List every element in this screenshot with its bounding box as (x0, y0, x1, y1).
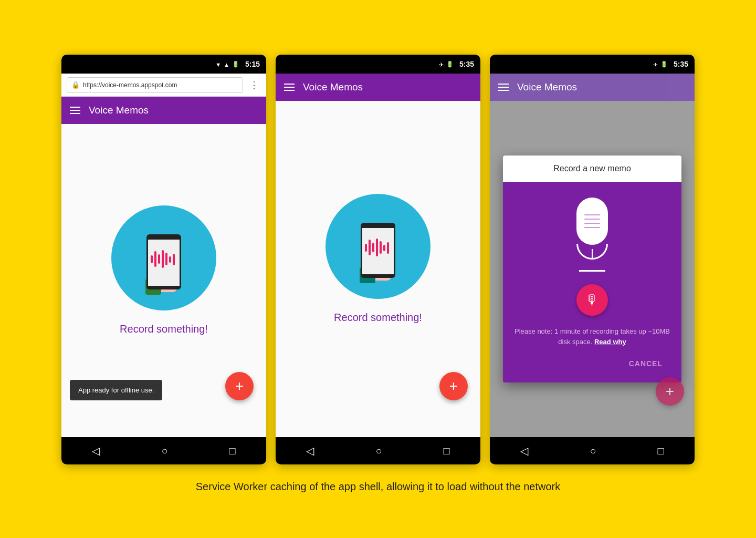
record-text-1: Record something! (120, 323, 208, 335)
mic-body (576, 198, 608, 245)
dialog-note: Please note: 1 minute of recording takes… (513, 326, 671, 347)
app-title-2: Voice Memos (303, 81, 363, 93)
status-bar-3: 🔋 5:35 (490, 55, 695, 74)
fab-plus-icon-2: + (449, 378, 458, 395)
phone-recording-illustration-1 (135, 219, 193, 297)
nav-recents-2[interactable] (443, 445, 449, 457)
chrome-menu-dots[interactable]: ⋮ (247, 79, 261, 91)
url-text: https://voice-memos.appspot.com (83, 81, 177, 89)
illustration-circle-2 (326, 194, 430, 299)
url-bar[interactable]: 🔒 https://voice-memos.appspot.com (67, 77, 243, 93)
app-title-1: Voice Memos (89, 105, 149, 116)
battery-icon-2: 🔋 (446, 61, 454, 68)
chrome-bar: 🔒 https://voice-memos.appspot.com ⋮ (61, 74, 266, 97)
nav-back-1[interactable] (92, 444, 100, 457)
mic-stand-arc (576, 244, 608, 260)
mic-illustration (576, 198, 608, 272)
snackbar-1: App ready for offline use. (70, 380, 162, 400)
app-title-3: Voice Memos (517, 81, 577, 93)
svg-rect-27 (387, 242, 389, 254)
time-display-3: 5:35 (674, 60, 688, 68)
svg-rect-22 (369, 240, 371, 255)
phones-container: 🔋 5:15 🔒 https://voice-memos.appspot.com… (61, 55, 695, 464)
svg-rect-26 (383, 245, 385, 251)
phone-recording-illustration-2 (349, 207, 407, 286)
phone-content-2: Record something! + (276, 101, 480, 437)
svg-rect-13 (173, 254, 175, 265)
battery-icon: 🔋 (232, 61, 239, 68)
mic-icon: 🎙 (585, 292, 599, 308)
nav-home-1[interactable] (161, 445, 167, 457)
record-dialog: Record a new memo (503, 156, 681, 382)
nav-back-2[interactable] (306, 444, 314, 457)
battery-icon-3: 🔋 (660, 61, 668, 68)
dialog-note-text: Please note: 1 minute of recording takes… (514, 327, 670, 346)
svg-rect-7 (151, 255, 153, 263)
mic-line-1 (584, 214, 600, 215)
record-text-2: Record something! (334, 312, 422, 324)
status-bar-1: 🔋 5:15 (61, 55, 266, 74)
hamburger-menu-1[interactable] (70, 107, 80, 114)
fab-plus-icon-1: + (235, 378, 244, 395)
nav-bar-3 (490, 437, 695, 464)
dialog-cancel-button[interactable]: CANCEL (623, 355, 669, 372)
fab-plus-icon-3: + (666, 383, 674, 400)
svg-rect-24 (376, 239, 378, 256)
mic-line-4 (584, 227, 600, 228)
fab-button-3[interactable]: + (656, 377, 684, 406)
airplane-icon-3 (653, 60, 658, 68)
nav-bar-2 (276, 437, 480, 464)
svg-rect-9 (158, 254, 160, 264)
fab-button-2[interactable]: + (439, 372, 468, 400)
nav-recents-3[interactable] (657, 445, 664, 457)
phone-2: 🔋 5:35 Voice Memos (276, 55, 480, 464)
app-toolbar-3: Voice Memos (490, 74, 695, 101)
mic-line-3 (584, 223, 600, 224)
hamburger-menu-3[interactable] (498, 84, 509, 91)
svg-rect-12 (169, 256, 171, 263)
time-display-1: 5:15 (245, 60, 260, 68)
hamburger-menu-2[interactable] (284, 84, 295, 91)
nav-home-2[interactable] (375, 445, 382, 457)
svg-rect-10 (162, 250, 164, 268)
lock-icon: 🔒 (71, 81, 80, 89)
svg-rect-8 (154, 251, 156, 267)
nav-bar-1 (61, 437, 266, 464)
caption: Service Worker caching of the app shell,… (196, 479, 560, 494)
svg-rect-23 (372, 243, 374, 252)
read-why-link[interactable]: Read why (594, 338, 626, 346)
mic-line-2 (584, 219, 600, 220)
phone-3: 🔋 5:35 Voice Memos Record a new memo (490, 55, 695, 464)
app-toolbar-1: Voice Memos (61, 97, 266, 124)
nav-home-3[interactable] (590, 445, 596, 457)
app-toolbar-2: Voice Memos (276, 74, 480, 101)
nav-back-3[interactable] (520, 444, 528, 457)
mic-stand-base (579, 270, 605, 272)
phone-1: 🔋 5:15 🔒 https://voice-memos.appspot.com… (61, 55, 266, 464)
illustration-circle-1 (111, 205, 216, 311)
dialog-body: 🎙 Please note: 1 minute of recording tak… (503, 182, 681, 382)
signal-icon (224, 60, 229, 68)
dialog-title: Record a new memo (503, 156, 681, 182)
svg-rect-21 (365, 244, 367, 252)
svg-rect-25 (380, 241, 382, 254)
phone3-content: Record a new memo (490, 101, 695, 437)
fab-button-1[interactable]: + (225, 372, 254, 400)
time-display-2: 5:35 (459, 60, 474, 68)
svg-rect-11 (165, 253, 167, 265)
airplane-icon-2 (439, 60, 444, 68)
snackbar-text-1: App ready for offline use. (78, 386, 154, 394)
nav-recents-1[interactable] (229, 445, 235, 457)
phone-content-1: Record something! App ready for offline … (61, 124, 266, 437)
record-button[interactable]: 🎙 (576, 284, 608, 316)
status-bar-2: 🔋 5:35 (276, 55, 480, 74)
wifi-icon (215, 60, 221, 68)
